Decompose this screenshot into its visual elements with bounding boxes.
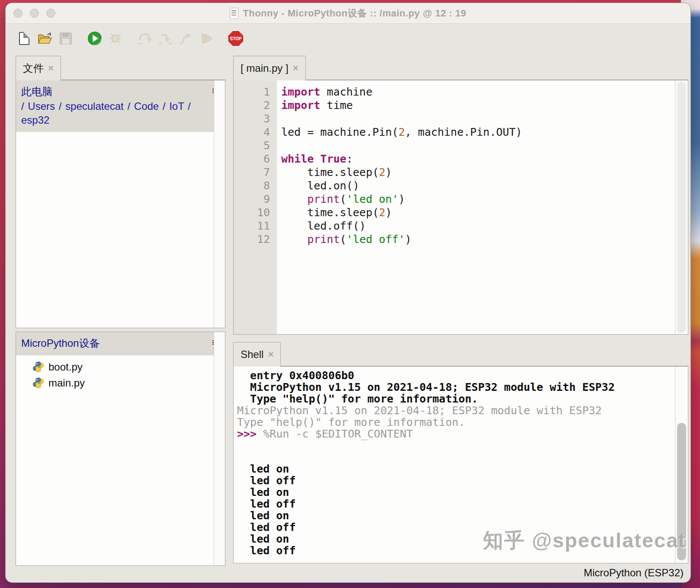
files-pane: 此电脑 ≡ / Users / speculatecat / Code / Io… <box>16 80 225 328</box>
code-line[interactable]: print('led on') <box>281 192 675 206</box>
line-number: 11 <box>234 219 270 233</box>
close-window-button[interactable] <box>13 9 22 18</box>
toolbar: STOP <box>17 27 243 50</box>
code-line[interactable]: print('led off') <box>281 233 675 246</box>
line-number: 8 <box>234 179 270 192</box>
breadcrumb-link-IoT[interactable]: IoT <box>169 100 188 112</box>
open-file-button[interactable] <box>38 31 52 46</box>
editor-code[interactable]: import machineimport timeled = machine.P… <box>277 80 675 334</box>
line-number: 10 <box>234 206 270 219</box>
python-file-icon <box>32 361 44 373</box>
device-file-list: boot.py main.py <box>16 355 225 391</box>
shell-line: MicroPython v1.15 on 2021-04-18; ESP32 m… <box>237 381 675 393</box>
editor-scrollbar-thumb[interactable] <box>677 82 686 333</box>
python-file-icon <box>32 377 44 389</box>
minimize-window-button[interactable] <box>30 9 39 18</box>
shell-line: led on <box>237 486 675 498</box>
shell-line: led on <box>237 533 675 545</box>
titlebar[interactable]: Thonny - MicroPython设备 :: /main.py @ 12 … <box>6 3 690 24</box>
breadcrumb-link-Users[interactable]: Users <box>28 100 58 112</box>
tab-shell[interactable]: Shell × <box>233 342 281 367</box>
files-pane-scrollbar[interactable] <box>214 80 225 328</box>
tab-main-py-label: [ main.py ] <box>241 62 289 74</box>
shell-line: led off <box>237 498 675 510</box>
breadcrumb: / Users / speculatecat / Code / IoT / es… <box>21 99 219 127</box>
file-name: main.py <box>48 377 85 389</box>
run-icon <box>87 31 102 46</box>
shell-line: entry 0x400806b0 <box>237 370 675 381</box>
code-line[interactable]: time.sleep(2) <box>281 166 675 179</box>
line-number: 9 <box>234 192 270 206</box>
device-pane-header: MicroPython设备 ≡ <box>16 332 225 355</box>
breadcrumb-link-speculatecat[interactable]: speculatecat <box>65 100 127 112</box>
line-number: 2 <box>234 99 270 112</box>
breadcrumb-link-Code[interactable]: Code <box>134 100 163 112</box>
code-line[interactable]: led = machine.Pin(2, machine.Pin.OUT) <box>281 125 675 139</box>
code-line[interactable]: led.on() <box>281 179 675 192</box>
line-number-gutter: 123456789101112 <box>234 80 277 334</box>
step-out-icon <box>179 32 193 45</box>
code-line[interactable]: led.off() <box>281 219 675 233</box>
this-computer-label[interactable]: 此电脑 <box>21 85 219 99</box>
tab-files[interactable]: 文件 × <box>16 56 61 80</box>
line-number: 5 <box>234 139 270 152</box>
shell-line: led off <box>237 521 675 533</box>
shell-pane[interactable]: entry 0x400806b0 MicroPython v1.15 on 20… <box>233 366 688 563</box>
line-number: 3 <box>234 112 270 125</box>
breadcrumb-link-esp32[interactable]: esp32 <box>21 114 49 126</box>
step-out-button <box>179 31 193 46</box>
device-file-boot.py[interactable]: boot.py <box>32 359 225 375</box>
shell-line <box>237 451 675 463</box>
editor-scrollbar[interactable] <box>675 80 688 334</box>
shell-scrollbar[interactable] <box>675 367 688 563</box>
resume-icon <box>200 32 214 45</box>
line-number: 6 <box>234 152 270 166</box>
traffic-lights <box>13 9 55 18</box>
close-icon[interactable]: × <box>293 63 299 74</box>
shell-line: led off <box>237 545 675 556</box>
debug-bug-icon <box>108 31 123 46</box>
code-line[interactable]: import machine <box>281 85 675 99</box>
app-document-icon <box>230 8 238 19</box>
shell-line: MicroPython v1.15 on 2021-04-18; ESP32 m… <box>237 405 675 416</box>
tab-files-label: 文件 <box>23 61 44 75</box>
line-number: 1 <box>234 85 270 99</box>
shell-output: entry 0x400806b0 MicroPython v1.15 on 20… <box>234 367 675 563</box>
code-line[interactable]: import time <box>281 99 675 112</box>
step-over-icon <box>137 32 152 45</box>
micropython-device-label: MicroPython设备 <box>21 336 219 350</box>
shell-scrollbar-thumb[interactable] <box>677 423 686 560</box>
files-pane-header: 此电脑 ≡ / Users / speculatecat / Code / Io… <box>16 80 225 132</box>
zoom-window-button[interactable] <box>46 9 55 18</box>
code-line[interactable]: time.sleep(2) <box>281 206 675 219</box>
file-name: boot.py <box>48 361 83 373</box>
new-file-icon <box>19 32 29 45</box>
breadcrumb-separator: / <box>59 100 65 112</box>
step-into-button <box>158 31 173 46</box>
new-file-button[interactable] <box>17 31 32 46</box>
stop-sign-icon: STOP <box>228 31 243 46</box>
save-floppy-icon <box>59 32 72 45</box>
code-line[interactable] <box>281 112 675 125</box>
device-pane-scrollbar[interactable] <box>214 332 225 566</box>
close-icon[interactable]: × <box>268 349 273 360</box>
shell-line: led on <box>237 510 675 521</box>
shell-line: >>> %Run -c $EDITOR_CONTENT <box>237 428 675 440</box>
tab-main-py[interactable]: [ main.py ] × <box>233 56 306 80</box>
run-script-button[interactable] <box>87 31 102 46</box>
code-line[interactable] <box>281 139 675 152</box>
line-number: 12 <box>234 233 270 246</box>
shell-line: led on <box>237 463 675 475</box>
device-file-main.py[interactable]: main.py <box>32 375 225 391</box>
shell-line <box>237 440 675 451</box>
interpreter-status[interactable]: MicroPython (ESP32) <box>584 567 684 579</box>
breadcrumb-separator: / <box>188 100 191 112</box>
editor-pane[interactable]: 123456789101112 import machineimport tim… <box>233 80 688 335</box>
window-title: Thonny - MicroPython设备 :: /main.py @ 12 … <box>243 7 466 20</box>
stop-restart-button[interactable]: STOP <box>228 31 243 46</box>
step-into-icon <box>158 32 173 45</box>
close-icon[interactable]: × <box>48 63 54 74</box>
open-folder-icon <box>38 32 52 45</box>
code-line[interactable]: while True: <box>281 152 675 166</box>
step-over-button <box>137 31 152 46</box>
